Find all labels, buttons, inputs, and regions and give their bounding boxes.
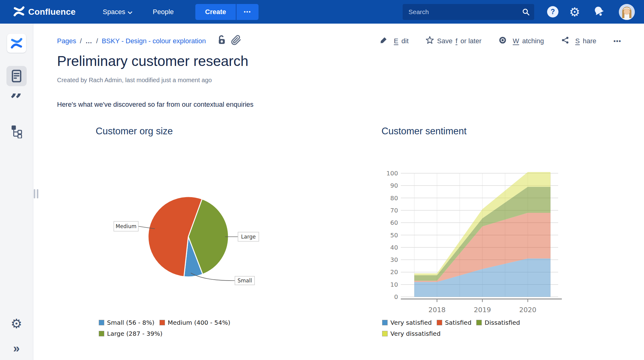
legend-label: Dissatisfied (485, 319, 520, 326)
y-tick-label: 20 (390, 268, 398, 276)
y-tick-label: 40 (390, 244, 398, 251)
breadcrumb-separator: / (80, 37, 82, 45)
help-button[interactable]: ? (547, 0, 558, 24)
x-tick-label: 2020 (519, 306, 536, 314)
legend-label: Very dissatisfied (390, 330, 441, 337)
gear-icon: ⚙ (569, 6, 580, 18)
callout-label: Large (241, 234, 256, 240)
space-logo-icon (7, 34, 26, 53)
breadcrumb: Pages / … / BSKY - Design - colour explo… (57, 34, 241, 48)
quote-icon: ” (10, 94, 23, 109)
confluence-home-link[interactable]: Confluence (13, 0, 75, 24)
document-icon (6, 66, 27, 86)
top-navigation-bar: Confluence Spaces People Create ••• (0, 0, 644, 24)
confluence-app: Confluence Spaces People Create ••• (0, 0, 644, 360)
y-tick-label: 80 (390, 194, 398, 202)
avatar-image (619, 4, 635, 20)
search-icon[interactable] (522, 8, 530, 16)
legend-label: Satisfied (445, 319, 471, 326)
legend-label: Medium (400 - 54%) (168, 319, 231, 326)
hierarchy-icon (10, 125, 23, 140)
x-tick-label: 2019 (474, 306, 491, 314)
legend-item: Large (287 - 39%) (99, 330, 163, 337)
page-actions: Edit Save for later Watching (380, 34, 621, 48)
expand-sidebar-button[interactable]: » (0, 343, 33, 354)
unlock-icon[interactable] (216, 34, 227, 48)
edit-button[interactable]: Edit (380, 36, 408, 46)
search-input[interactable] (403, 4, 522, 20)
search-box (403, 4, 534, 20)
people-menu[interactable]: People (153, 0, 174, 24)
legend-swatch (382, 320, 388, 325)
sidebar-item-page-tree[interactable] (0, 125, 33, 140)
legend-item: Very satisfied (382, 319, 432, 326)
callout-label: Medium (116, 223, 136, 229)
legend-label: Small (56 - 8%) (107, 319, 155, 326)
sidebar-item-blog[interactable]: ” (0, 94, 33, 109)
page-title: Preliminary customer research (57, 53, 248, 69)
y-tick-label: 70 (390, 207, 398, 214)
intro-paragraph: Here's what we've discovered so far from… (57, 101, 254, 109)
y-tick-label: 90 (390, 182, 398, 189)
pie-chart-title: Customer org size (96, 126, 173, 137)
breadcrumb-separator: / (96, 37, 98, 45)
gear-icon: ⚙ (11, 317, 22, 330)
share-icon (561, 36, 569, 46)
legend-item: Small (56 - 8%) (99, 319, 155, 326)
space-sidebar: ” ⚙ » (0, 24, 33, 360)
pie-chart-legend: Small (56 - 8%)Medium (400 - 54%)Large (… (99, 319, 246, 341)
brand-name: Confluence (28, 7, 75, 17)
y-tick-label: 0 (394, 293, 398, 301)
legend-swatch (99, 320, 104, 325)
legend-item: Medium (400 - 54%) (159, 319, 231, 326)
space-settings-button[interactable]: ⚙ (0, 317, 33, 330)
people-label: People (153, 8, 174, 16)
y-tick-label: 30 (390, 256, 398, 263)
sidebar-item-pages[interactable] (0, 66, 33, 86)
create-button[interactable]: Create (195, 4, 236, 20)
callout-label: Small (237, 278, 252, 284)
create-more-button[interactable]: ••• (236, 4, 259, 20)
settings-button[interactable]: ⚙ (569, 0, 580, 24)
breadcrumb-current-page-link[interactable]: BSKY - Design - colour exploration (102, 37, 206, 45)
area-chart-legend: Very satisfiedSatisfiedDissatisfiedVery … (382, 319, 526, 341)
paperclip-icon[interactable] (231, 35, 241, 48)
legend-item: Very dissatisfied (382, 330, 441, 337)
y-tick-label: 50 (390, 232, 398, 239)
notifications-button[interactable] (593, 0, 605, 24)
double-chevron-right-icon: » (13, 343, 20, 354)
chevron-down-icon (128, 8, 132, 16)
sidebar-resize-handle[interactable] (34, 189, 39, 198)
confluence-logo-icon (13, 6, 25, 18)
star-icon (426, 36, 434, 46)
legend-label: Large (287 - 39%) (107, 330, 163, 337)
legend-label: Very satisfied (390, 319, 432, 326)
legend-swatch (99, 331, 104, 336)
watching-button[interactable]: Watching (499, 36, 544, 46)
bell-icon (593, 6, 605, 18)
area-chart-title: Customer sentiment (381, 126, 466, 137)
legend-swatch (382, 331, 388, 336)
page-byline: Created by Rach Admin, last modified jus… (57, 77, 212, 84)
spaces-menu[interactable]: Spaces (103, 0, 132, 24)
pie-chart: MediumLargeSmall (101, 181, 273, 294)
more-actions-button[interactable]: ••• (613, 38, 621, 45)
legend-swatch (159, 320, 165, 325)
stacked-area-chart: 0102030405060708090100201820192020 (380, 167, 567, 319)
breadcrumb-ellipsis[interactable]: … (86, 37, 93, 45)
question-mark-icon: ? (547, 6, 558, 17)
space-logo-button[interactable] (0, 34, 33, 53)
legend-item: Dissatisfied (476, 319, 520, 326)
legend-swatch (476, 320, 482, 325)
y-tick-label: 60 (390, 219, 398, 226)
user-avatar[interactable] (619, 0, 635, 24)
legend-item: Satisfied (437, 319, 471, 326)
eye-icon (499, 36, 507, 46)
breadcrumb-pages-link[interactable]: Pages (57, 37, 76, 45)
y-tick-label: 100 (386, 170, 398, 177)
share-button[interactable]: Share (561, 36, 596, 46)
pencil-icon (380, 36, 388, 46)
save-for-later-button[interactable]: Save for later (426, 36, 481, 46)
x-tick-label: 2018 (428, 306, 446, 314)
y-tick-label: 10 (390, 281, 398, 288)
